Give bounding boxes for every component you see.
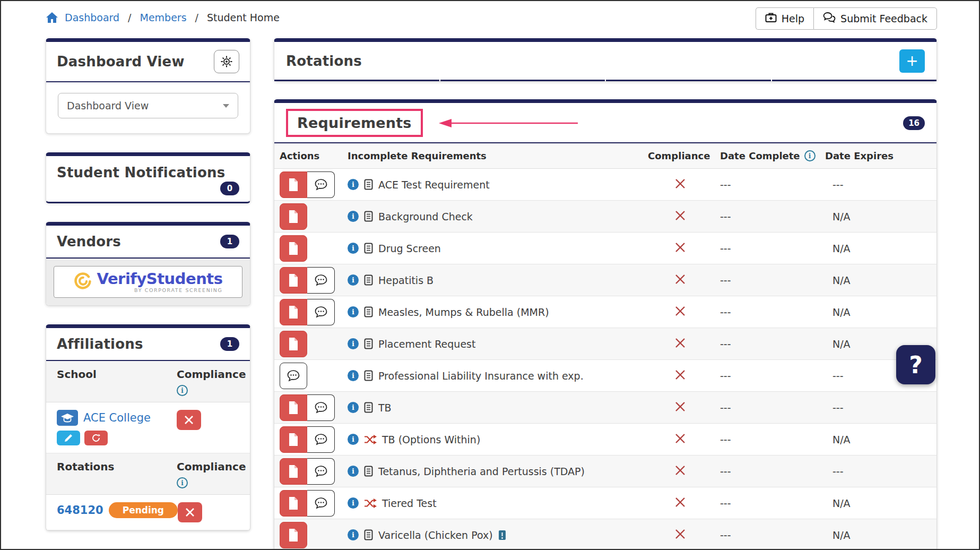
info-icon[interactable]: i bbox=[348, 211, 359, 222]
dashboard-view-card: Dashboard View Dashboard View bbox=[46, 38, 250, 134]
info-icon[interactable]: i bbox=[177, 385, 188, 396]
document-action-button[interactable] bbox=[280, 203, 307, 230]
info-icon[interactable]: i bbox=[348, 497, 359, 509]
document-action-button[interactable] bbox=[280, 299, 307, 325]
list-icon bbox=[364, 338, 373, 349]
document-action-button[interactable] bbox=[280, 522, 307, 548]
comment-action-button[interactable] bbox=[307, 171, 335, 198]
rotation-id-link[interactable]: 648120 bbox=[57, 504, 103, 517]
affiliation-rotation-row: 648120 Pending bbox=[46, 495, 250, 530]
date-complete-value: --- bbox=[720, 243, 825, 254]
dashboard-view-select[interactable]: Dashboard View bbox=[58, 93, 238, 118]
date-complete-value: --- bbox=[720, 497, 825, 509]
info-icon[interactable]: i bbox=[348, 243, 359, 254]
document-action-button[interactable] bbox=[280, 331, 307, 357]
date-complete-value: --- bbox=[720, 529, 825, 541]
comment-action-button[interactable] bbox=[280, 363, 307, 389]
comment-action-button[interactable] bbox=[307, 299, 335, 325]
requirement-row: iTiered Test---N/A bbox=[274, 487, 936, 519]
requirement-name: Varicella (Chicken Pox) bbox=[378, 529, 493, 541]
breadcrumb-members[interactable]: Members bbox=[140, 12, 187, 23]
requirement-row: iBackground Check---N/A bbox=[274, 201, 936, 233]
noncompliant-x-icon bbox=[674, 178, 686, 190]
requirement-row: iVaricella (Chicken Pox)---N/A bbox=[274, 519, 936, 550]
chevron-down-icon bbox=[223, 104, 229, 108]
shuffle-icon bbox=[364, 498, 377, 509]
add-rotation-button[interactable]: + bbox=[899, 49, 925, 73]
requirement-name: Tiered Test bbox=[382, 497, 437, 509]
rotations-column-header: Rotations bbox=[57, 460, 177, 488]
verifystudents-logo-mark-icon bbox=[74, 272, 92, 292]
info-icon[interactable]: i bbox=[804, 150, 816, 161]
requirement-row: iMeasles, Mumps & Rubella (MMR)---N/A bbox=[274, 296, 936, 328]
document-action-button[interactable] bbox=[280, 394, 307, 421]
affiliations-title: Affiliations bbox=[57, 336, 143, 352]
affiliation-school-row: ACE College bbox=[46, 402, 250, 453]
requirement-row: iACE Test Requirement------ bbox=[274, 169, 936, 201]
list-icon bbox=[364, 466, 373, 477]
noncompliant-x-icon bbox=[674, 401, 686, 413]
date-complete-value: --- bbox=[720, 179, 825, 191]
date-expires-value: N/A bbox=[825, 529, 931, 541]
document-action-button[interactable] bbox=[280, 267, 307, 294]
requirements-count-badge: 16 bbox=[903, 116, 925, 130]
recycle-icon[interactable] bbox=[84, 431, 108, 445]
sidebar: Dashboard View Dashboard View Student No… bbox=[46, 38, 250, 531]
annotation-arrow bbox=[436, 117, 580, 129]
document-action-button[interactable] bbox=[280, 490, 307, 517]
submit-feedback-button[interactable]: Submit Feedback bbox=[813, 7, 937, 30]
comment-action-button[interactable] bbox=[307, 490, 335, 517]
info-icon[interactable]: i bbox=[348, 402, 359, 413]
list-icon bbox=[364, 243, 373, 254]
document-action-button[interactable] bbox=[280, 426, 307, 453]
comment-action-button[interactable] bbox=[307, 458, 335, 485]
page: Dashboard / Members / Student Home Help … bbox=[0, 0, 980, 550]
date-expires-value: N/A bbox=[825, 211, 931, 222]
list-icon bbox=[364, 306, 373, 317]
comment-action-button[interactable] bbox=[307, 394, 335, 421]
compliance-column-header: Compliance bbox=[177, 368, 246, 381]
pending-status-badge: Pending bbox=[109, 502, 178, 518]
date-expires-value: N/A bbox=[825, 306, 931, 318]
list-icon bbox=[364, 274, 373, 286]
gear-icon[interactable] bbox=[214, 50, 239, 73]
comment-action-button[interactable] bbox=[307, 267, 335, 294]
document-badge-icon[interactable] bbox=[498, 530, 506, 540]
list-icon bbox=[364, 211, 373, 222]
compliance-column-header: Compliance bbox=[177, 460, 246, 473]
document-action-button[interactable] bbox=[280, 235, 307, 262]
help-button[interactable]: Help bbox=[756, 7, 813, 30]
floating-help-button[interactable]: ? bbox=[896, 345, 935, 384]
info-icon[interactable]: i bbox=[348, 306, 359, 317]
info-icon[interactable]: i bbox=[348, 370, 359, 381]
info-icon[interactable]: i bbox=[348, 466, 359, 477]
requirements-card: Requirements 16 Actions Incomplete Requi… bbox=[274, 99, 937, 550]
edit-pencil-icon[interactable] bbox=[57, 431, 80, 445]
verifystudents-logo-subtext: BY CORPORATE SCREENING bbox=[134, 288, 222, 293]
comment-action-button[interactable] bbox=[307, 426, 335, 453]
info-icon[interactable]: i bbox=[348, 274, 359, 286]
home-icon[interactable] bbox=[46, 12, 58, 23]
date-expires-value: N/A bbox=[825, 243, 931, 254]
info-icon[interactable]: i bbox=[348, 434, 359, 445]
document-action-button[interactable] bbox=[280, 171, 307, 198]
verifystudents-logo[interactable]: VerifyStudents BY CORPORATE SCREENING bbox=[54, 266, 242, 298]
rotations-title: Rotations bbox=[286, 53, 362, 69]
date-expires-value: N/A bbox=[825, 274, 931, 286]
student-notifications-count-badge: 0 bbox=[220, 182, 239, 195]
noncompliant-x-button[interactable] bbox=[178, 502, 202, 522]
noncompliant-x-icon bbox=[674, 465, 686, 476]
info-icon[interactable]: i bbox=[348, 529, 359, 540]
document-action-button[interactable] bbox=[280, 458, 307, 485]
noncompliant-x-button[interactable] bbox=[177, 410, 201, 430]
info-icon[interactable]: i bbox=[348, 338, 359, 349]
rotations-table-header-line bbox=[274, 80, 936, 81]
info-icon[interactable]: i bbox=[177, 477, 188, 488]
info-icon[interactable]: i bbox=[348, 179, 359, 190]
feedback-bubbles-icon bbox=[823, 12, 836, 25]
breadcrumb-dashboard[interactable]: Dashboard bbox=[65, 12, 119, 23]
school-link[interactable]: ACE College bbox=[83, 411, 151, 424]
date-expires-column-header: Date Expires bbox=[825, 150, 931, 161]
requirement-name: Hepatitis B bbox=[378, 274, 433, 286]
vendors-count-badge: 1 bbox=[220, 235, 239, 248]
